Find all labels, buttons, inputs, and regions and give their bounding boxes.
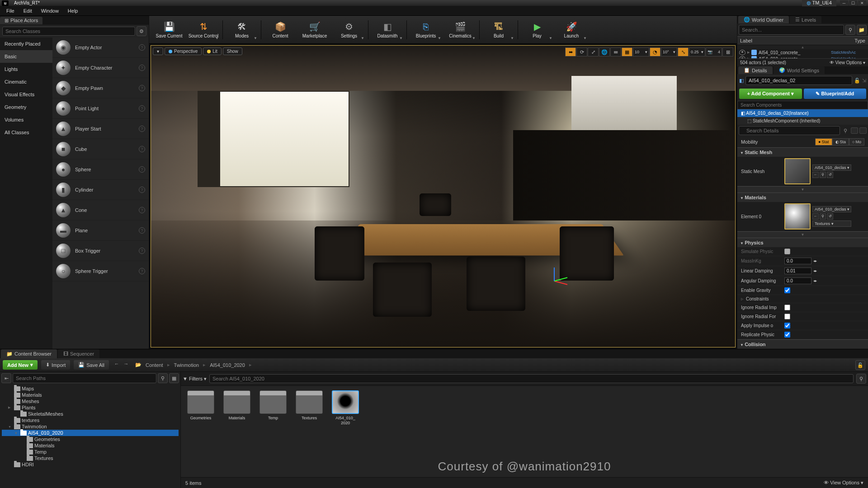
mat-reset-icon[interactable]: ↺ <box>827 213 833 220</box>
info-icon[interactable]: ? <box>139 187 145 193</box>
info-icon[interactable]: ? <box>139 65 145 71</box>
place-item-point-light[interactable]: ●Point Light? <box>52 99 149 119</box>
info-icon[interactable]: ? <box>139 146 145 152</box>
sources-search[interactable] <box>13 373 156 383</box>
toolbar-blueprints[interactable]: ⎘Blueprints▼ <box>410 18 442 42</box>
checkbox[interactable] <box>784 249 790 254</box>
mobility-stationary[interactable]: ◐ Sta <box>832 138 849 145</box>
place-cat-geometry[interactable]: Geometry <box>0 101 52 113</box>
toolbar-marketplace[interactable]: 🛒Marketplace <box>298 18 331 42</box>
toolbar-launch[interactable]: 🚀Launch▼ <box>555 18 588 42</box>
tree-ai54_010_2020[interactable]: AI54_010_2020 <box>2 430 179 436</box>
info-icon[interactable]: ? <box>139 105 145 112</box>
details-tab[interactable]: 📋 Details <box>738 66 773 74</box>
assets-search[interactable] <box>209 374 854 383</box>
mat-browse-icon[interactable]: ⚲ <box>820 213 826 220</box>
place-cat-recently-placed[interactable]: Recently Placed <box>0 38 52 50</box>
tree-textures[interactable]: textures <box>2 417 179 423</box>
breadcrumb-root-icon[interactable]: 📂 <box>134 362 143 368</box>
grid-snap-icon[interactable]: ▦ <box>622 47 632 56</box>
place-cat-volumes[interactable]: Volumes <box>0 113 52 126</box>
number-input[interactable] <box>784 277 811 284</box>
static-mesh-thumbnail[interactable] <box>784 158 811 184</box>
asset-use-icon[interactable]: ← <box>812 172 819 178</box>
number-input[interactable] <box>784 267 811 274</box>
save-all-button[interactable]: 💾 Save All <box>74 360 109 370</box>
minimize-button[interactable]: ─ <box>840 0 848 6</box>
world-settings-tab[interactable]: 🌍 World Settings <box>774 66 825 74</box>
chevron-right-icon[interactable]: ▷ <box>741 297 743 301</box>
toolbar-play[interactable]: ▶Play▼ <box>521 18 553 42</box>
assets-search-icon[interactable]: ⚲ <box>856 374 866 384</box>
outliner-add-folder[interactable]: 📁 <box>857 25 867 35</box>
toolbar-cinematics[interactable]: 🎬Cinematics▼ <box>444 18 476 42</box>
place-item-sphere[interactable]: ●Sphere? <box>52 160 149 180</box>
viewport[interactable]: ▾ Perspective Lit Show ⬌ ⟳ ⤢ 🌐 ⩸ ▦ 10▾ ◔… <box>151 45 736 347</box>
place-item-cylinder[interactable]: ▮Cylinder? <box>52 180 149 200</box>
info-icon[interactable]: ? <box>139 207 145 213</box>
component-smc-row[interactable]: ⬚ StaticMeshComponent (Inherited) <box>737 117 868 125</box>
actor-name-field[interactable] <box>745 76 852 85</box>
angle-snap-value[interactable]: 10°▾ <box>661 47 677 56</box>
outliner-row[interactable]: ▶AI54_010_concrete_StaticMeshAc <box>737 49 868 56</box>
asset-reset-icon[interactable]: ↺ <box>827 172 833 178</box>
material-picker[interactable]: AI54_010_declas ▾ <box>812 206 851 212</box>
search-icon[interactable]: ⚲ <box>841 127 849 135</box>
info-icon[interactable]: ? <box>139 126 145 132</box>
info-icon[interactable]: ? <box>139 44 145 51</box>
scale-tool-icon[interactable]: ⤢ <box>588 47 599 56</box>
sequencer-tab[interactable]: 🎞 Sequencer <box>58 349 99 358</box>
tree-materials[interactable]: Materials <box>2 442 179 449</box>
nav-back[interactable]: ← <box>113 361 121 369</box>
viewport-maximize-icon[interactable]: ⊞ <box>722 47 733 56</box>
details-matrix-icon[interactable] <box>851 127 858 134</box>
toolbar-settings[interactable]: ⚙Settings▼ <box>333 18 365 42</box>
place-item-empty-character[interactable]: ✦Empty Character? <box>52 58 149 78</box>
project-tab[interactable]: ◍ TM_UE4 <box>802 0 836 6</box>
sources-search-icon[interactable]: ⚲ <box>158 373 168 383</box>
asset-ai54_010_-2020[interactable]: AI54_010_2020 <box>330 390 361 473</box>
info-icon[interactable]: ? <box>139 268 145 274</box>
place-cat-visual-effects[interactable]: Visual Effects <box>0 88 52 101</box>
place-item-sphere-trigger[interactable]: ○Sphere Trigger? <box>52 261 149 282</box>
scale-snap-icon[interactable]: ⤡ <box>678 47 689 56</box>
outliner-view-options[interactable]: 👁 View Options ▾ <box>830 60 865 65</box>
tree-geometries[interactable]: Geometries <box>2 436 179 442</box>
place-item-box-trigger[interactable]: □Box Trigger? <box>52 241 149 261</box>
component-instance-row[interactable]: ◧ AI54_010_declas_02(Instance) <box>737 109 868 117</box>
static-mesh-picker[interactable]: AI54_010_declas ▾ <box>812 164 851 171</box>
place-item-empty-actor[interactable]: ◉Empty Actor? <box>52 38 149 58</box>
nav-forward[interactable]: → <box>122 361 130 369</box>
tree-plants[interactable]: Plants <box>2 404 179 411</box>
tree-temp[interactable]: Temp <box>2 449 179 455</box>
material-thumbnail[interactable] <box>784 203 811 230</box>
checkbox[interactable] <box>784 287 790 293</box>
actor-lock-icon[interactable]: 🔓 <box>854 78 860 84</box>
place-item-plane[interactable]: ▬Plane? <box>52 221 149 241</box>
place-item-cube[interactable]: ■Cube? <box>52 139 149 160</box>
filters-dropdown[interactable]: ▼ Filters ▾ <box>183 376 207 382</box>
toolbar-content[interactable]: 📦Content <box>264 18 297 42</box>
outliner-search[interactable] <box>739 25 844 35</box>
place-cat-lights[interactable]: Lights <box>0 63 52 75</box>
checkbox[interactable] <box>784 323 790 328</box>
section-static-mesh[interactable]: Static Mesh <box>737 147 868 157</box>
tree-textures[interactable]: Textures <box>2 455 179 461</box>
place-actors-search[interactable] <box>2 27 135 36</box>
add-new-button[interactable]: Add New ▾ <box>3 360 38 370</box>
mobility-movable[interactable]: ○ Mo <box>849 138 864 145</box>
tree-meshes[interactable]: Meshes <box>2 398 179 404</box>
camera-speed[interactable]: 📷 4 <box>706 47 722 56</box>
scale-snap-value[interactable]: 0.25▾ <box>689 47 705 56</box>
checkbox[interactable] <box>784 305 790 310</box>
viewport-show[interactable]: Show <box>223 47 242 55</box>
coord-space-icon[interactable]: 🌐 <box>599 47 610 56</box>
breadcrumb-0[interactable]: Content <box>144 362 165 368</box>
place-actors-tab[interactable]: ⊞ Place Actors <box>0 17 42 24</box>
visibility-icon[interactable] <box>739 50 745 55</box>
tree-hdri[interactable]: HDRI <box>2 461 179 468</box>
textures-dropdown[interactable]: Textures ▾ <box>812 221 851 227</box>
surface-snap-icon[interactable]: ⩸ <box>610 47 621 56</box>
sources-toggle-icon[interactable]: ⇤ <box>1 373 11 383</box>
tree-skeletalmeshes[interactable]: SkeletalMeshes <box>2 411 179 417</box>
